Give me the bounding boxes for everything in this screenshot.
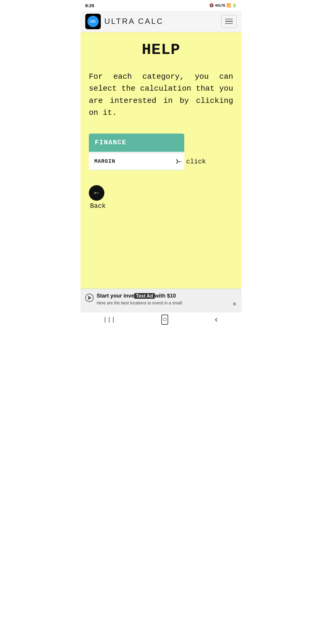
app-logo: UC: [85, 14, 101, 29]
hamburger-line-2: [225, 21, 233, 22]
ad-title-before: Start your inve: [97, 293, 134, 299]
main-content: HELP For each category, you can select t…: [80, 32, 242, 289]
ad-title: Start your inveTest Adwith $10: [97, 292, 229, 299]
back-arrow-icon: ←: [94, 188, 99, 197]
navbar: UC ULTRA CALC: [80, 11, 242, 32]
brand: UC ULTRA CALC: [85, 14, 163, 29]
status-icons: 🔇 4GLTE 📶 🔋: [209, 3, 237, 7]
back-nav-icon[interactable]: ‹: [214, 315, 219, 324]
ad-subtitle: Here are the best locations to invest in…: [97, 301, 229, 305]
margin-row[interactable]: MARGIN ❯: [89, 153, 184, 169]
card-body: MARGIN ❯: [89, 152, 184, 170]
back-label: Back: [90, 202, 106, 210]
category-header: FINANCE: [89, 134, 184, 152]
menu-button[interactable]: [221, 15, 237, 28]
ad-play-icon: [85, 294, 94, 302]
click-annotation: ← click: [178, 158, 206, 165]
signal-icon: 📶: [227, 3, 231, 7]
status-bar: 8:25 🔇 4GLTE 📶 🔋: [80, 0, 242, 11]
home-icon[interactable]: ○: [161, 315, 168, 325]
recent-apps-icon[interactable]: |||: [103, 316, 116, 323]
ad-title-after: with $10: [155, 293, 176, 299]
ad-banner: Start your inveTest Adwith $10 Here are …: [80, 289, 242, 312]
test-ad-badge: Test Ad: [134, 293, 155, 299]
page-title: HELP: [89, 41, 233, 59]
back-section: ← Back: [89, 185, 233, 210]
annotation-text: ← click: [178, 158, 206, 165]
logo-text: UC: [87, 16, 99, 27]
app-title: ULTRA CALC: [104, 17, 163, 26]
ad-content: Start your inveTest Adwith $10 Here are …: [97, 292, 229, 305]
help-description: For each category, you can select the ca…: [89, 71, 233, 119]
back-button[interactable]: ←: [89, 185, 104, 201]
category-label: FINANCE: [95, 139, 126, 146]
demo-card: FINANCE MARGIN ❯: [89, 134, 184, 170]
network-icon: 4GLTE: [215, 4, 225, 7]
mute-icon: 🔇: [209, 3, 214, 7]
margin-label: MARGIN: [94, 158, 115, 164]
battery-icon: 🔋: [232, 3, 237, 7]
hamburger-line-1: [225, 19, 233, 20]
hamburger-line-3: [225, 23, 233, 24]
sys-nav: ||| ○ ‹: [80, 312, 242, 328]
play-triangle: [88, 296, 92, 300]
status-time: 8:25: [85, 3, 94, 8]
ad-close-button[interactable]: ✕: [232, 301, 237, 307]
